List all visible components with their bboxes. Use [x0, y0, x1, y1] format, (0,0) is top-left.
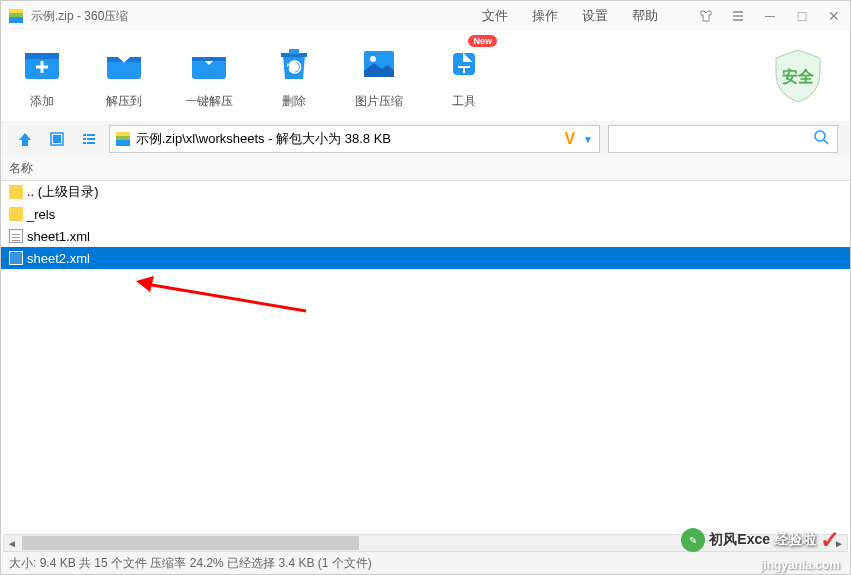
- folder-icon: [9, 185, 23, 199]
- add-button[interactable]: 添加: [21, 43, 63, 110]
- delete-label: 删除: [282, 93, 306, 110]
- svg-rect-21: [87, 138, 95, 140]
- list-item[interactable]: sheet2.xml: [1, 247, 850, 269]
- watermark: ✎ 初风Exce 经验啦 ✓: [681, 526, 840, 554]
- watermark-url: jingyanla.com: [760, 558, 840, 572]
- one-click-label: 一键解压: [185, 93, 233, 110]
- toolbar: 添加 解压到 一键解压 删除 图片压缩 New 工具 安全: [1, 31, 850, 121]
- svg-rect-18: [83, 134, 86, 136]
- file-list: .. (上级目录) _rels sheet1.xml sheet2.xml: [1, 181, 850, 269]
- svg-rect-20: [83, 138, 86, 140]
- v-icon: V: [564, 130, 575, 148]
- column-header[interactable]: 名称: [1, 157, 850, 181]
- svg-line-26: [146, 284, 306, 311]
- skin-button[interactable]: [698, 8, 714, 24]
- xml-file-icon: [9, 251, 23, 265]
- minimize-button[interactable]: ─: [762, 8, 778, 24]
- extract-icon: [103, 43, 145, 85]
- view-list-button[interactable]: [77, 127, 101, 151]
- svg-point-13: [370, 56, 376, 62]
- watermark-check-icon: ✓: [820, 526, 840, 554]
- watermark-text1: 初风Exce: [709, 531, 770, 549]
- new-badge: New: [468, 35, 497, 47]
- menu-help[interactable]: 帮助: [632, 7, 658, 25]
- svg-rect-4: [25, 53, 59, 59]
- menu-settings[interactable]: 设置: [582, 7, 608, 25]
- file-name: _rels: [27, 207, 55, 222]
- statusbar: 大小: 9.4 KB 共 15 个文件 压缩率 24.2% 已经选择 3.4 K…: [1, 552, 850, 574]
- image-icon: [358, 43, 400, 85]
- image-compress-label: 图片压缩: [355, 93, 403, 110]
- tools-icon: [443, 43, 485, 85]
- svg-rect-17: [53, 135, 61, 143]
- close-button[interactable]: ✕: [826, 8, 842, 24]
- svg-text:安全: 安全: [782, 67, 815, 85]
- path-bar: 示例.zip\xl\worksheets - 解包大小为 38.8 KB V ▼: [1, 121, 850, 157]
- path-input[interactable]: 示例.zip\xl\worksheets - 解包大小为 38.8 KB V ▼: [109, 125, 600, 153]
- tools-button[interactable]: New 工具: [443, 43, 485, 110]
- image-compress-button[interactable]: 图片压缩: [355, 43, 403, 110]
- app-icon: [9, 9, 23, 23]
- file-name: .. (上级目录): [27, 183, 99, 201]
- xml-file-icon: [9, 229, 23, 243]
- view-icons-button[interactable]: [45, 127, 69, 151]
- svg-rect-19: [87, 134, 95, 136]
- extract-to-button[interactable]: 解压到: [103, 43, 145, 110]
- menu-button[interactable]: [730, 8, 746, 24]
- add-icon: [21, 43, 63, 85]
- svg-rect-22: [83, 142, 86, 144]
- svg-line-25: [824, 140, 828, 144]
- svg-point-24: [815, 131, 825, 141]
- zip-icon: [116, 132, 130, 146]
- up-button[interactable]: [13, 127, 37, 151]
- search-icon: [813, 129, 829, 149]
- list-item[interactable]: _rels: [1, 203, 850, 225]
- watermark-logo: ✎: [681, 528, 705, 552]
- extract-to-label: 解压到: [106, 93, 142, 110]
- one-click-icon: [188, 43, 230, 85]
- scrollbar-thumb[interactable]: [22, 536, 359, 550]
- svg-rect-8: [192, 57, 226, 61]
- path-text: 示例.zip\xl\worksheets - 解包大小为 38.8 KB: [136, 130, 391, 148]
- scroll-left[interactable]: ◄: [4, 535, 20, 551]
- safe-shield[interactable]: 安全: [766, 44, 830, 108]
- path-dropdown[interactable]: ▼: [583, 134, 593, 145]
- add-label: 添加: [30, 93, 54, 110]
- tools-label: 工具: [452, 93, 476, 110]
- titlebar: 示例.zip - 360压缩 文件 操作 设置 帮助 ─ □ ✕: [1, 1, 850, 31]
- search-input[interactable]: [608, 125, 838, 153]
- one-click-button[interactable]: 一键解压: [185, 43, 233, 110]
- list-item[interactable]: .. (上级目录): [1, 181, 850, 203]
- maximize-button[interactable]: □: [794, 8, 810, 24]
- main-menu: 文件 操作 设置 帮助: [482, 7, 658, 25]
- folder-icon: [9, 207, 23, 221]
- annotation-arrow: [136, 276, 316, 316]
- delete-button[interactable]: 删除: [273, 43, 315, 110]
- file-name: sheet2.xml: [27, 251, 90, 266]
- delete-icon: [273, 43, 315, 85]
- status-text: 大小: 9.4 KB 共 15 个文件 压缩率 24.2% 已经选择 3.4 K…: [9, 555, 372, 572]
- watermark-text2: 经验啦: [774, 531, 816, 549]
- svg-marker-27: [136, 276, 154, 292]
- window-title: 示例.zip - 360压缩: [31, 8, 128, 25]
- svg-rect-10: [289, 49, 299, 54]
- svg-rect-23: [87, 142, 95, 144]
- column-name: 名称: [9, 160, 33, 177]
- menu-operate[interactable]: 操作: [532, 7, 558, 25]
- list-item[interactable]: sheet1.xml: [1, 225, 850, 247]
- file-name: sheet1.xml: [27, 229, 90, 244]
- menu-file[interactable]: 文件: [482, 7, 508, 25]
